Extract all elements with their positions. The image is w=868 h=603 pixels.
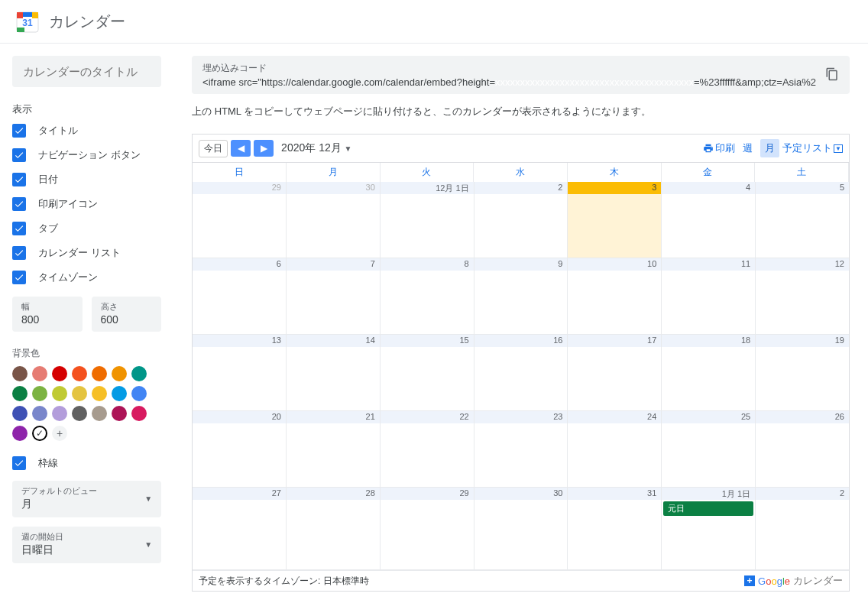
calendar-cell[interactable]: 10 [568,258,662,335]
calendar-cell[interactable]: 13 [193,335,287,411]
color-swatch[interactable] [32,366,47,381]
border-checkbox[interactable]: 枠線 [12,456,161,470]
calendar-cell[interactable]: 26 [756,411,849,488]
chevron-down-icon: ▼ [834,144,843,153]
default-view-label: デフォルトのビュー [21,485,97,497]
week-start-dropdown[interactable]: 週の開始日 日曜日 ▼ [12,527,161,563]
calendar-cell[interactable]: 9 [474,258,568,335]
calendar-cell[interactable]: 21 [287,411,381,488]
date-label: 27 [193,488,286,500]
color-swatch[interactable] [72,386,87,401]
display-checkbox-4[interactable]: タブ [12,222,161,235]
calendar-cell[interactable]: 8 [381,258,474,335]
calendar-cell[interactable]: 1月 1日元日 [662,488,756,570]
tab-week[interactable]: 週 [738,139,757,157]
calendar-cell[interactable]: 27 [193,488,287,570]
calendar-cell[interactable]: 12月 1日 [381,182,474,258]
tab-agenda[interactable]: 予定リスト▼ [782,141,843,155]
calendar-title-field[interactable] [12,56,161,87]
calendar-cell[interactable]: 3 [568,182,662,258]
calendar-cell[interactable]: 4 [662,182,756,258]
date-label: 29 [193,182,286,194]
checkbox-icon [12,197,26,211]
date-label: 2 [756,488,849,500]
calendar-cell[interactable]: 23 [474,411,568,488]
color-swatch[interactable] [52,386,67,401]
event-chip[interactable]: 元日 [663,501,753,516]
calendar-cell[interactable]: 11 [662,258,756,335]
color-swatch[interactable] [12,386,28,401]
calendar-cell[interactable]: 5 [756,182,849,258]
calendar-cell[interactable]: 16 [474,335,568,411]
default-view-dropdown[interactable]: デフォルトのビュー 月 ▼ [12,481,161,517]
print-button[interactable]: 印刷 [703,141,735,155]
calendar-cell[interactable]: 29 [193,182,287,258]
calendar-cell[interactable]: 19 [756,335,849,411]
chevron-down-icon: ▼ [144,494,152,503]
checkbox-label: カレンダー リスト [38,246,121,260]
display-checkbox-5[interactable]: カレンダー リスト [12,246,161,260]
embed-code-text[interactable]: <iframe src="https://calendar.google.com… [202,76,816,88]
color-swatch[interactable] [131,366,147,381]
display-checkbox-3[interactable]: 印刷アイコン [12,197,161,211]
tab-month[interactable]: 月 [760,139,779,157]
date-label: 11 [662,258,755,271]
google-calendar-link[interactable]: + Google カレンダー [744,574,843,588]
display-checkbox-6[interactable]: タイムゾーン [12,271,161,284]
color-swatch[interactable] [12,426,28,441]
color-swatch[interactable] [131,386,147,401]
calendar-cell[interactable]: 28 [287,488,381,570]
date-label: 15 [381,335,474,347]
display-checkbox-1[interactable]: ナビゲーション ボタン [12,148,161,162]
date-label: 13 [193,335,286,347]
color-swatch[interactable] [72,366,87,381]
color-swatch[interactable] [112,386,127,401]
color-swatch[interactable] [32,386,47,401]
color-swatch[interactable] [52,406,67,421]
color-swatch[interactable] [72,406,87,421]
color-swatch[interactable] [32,406,47,421]
color-swatch[interactable] [92,386,107,401]
month-picker[interactable]: 2020年 12月 ▼ [281,141,351,155]
calendar-cell[interactable]: 25 [662,411,756,488]
calendar-cell[interactable]: 20 [193,411,287,488]
color-swatch[interactable] [92,366,107,381]
calendar-cell[interactable]: 12 [756,258,849,335]
calendar-cell[interactable]: 17 [568,335,662,411]
add-color-button[interactable]: + [52,426,67,441]
chevron-down-icon: ▼ [345,144,352,153]
next-button[interactable]: ▶ [254,140,274,157]
color-swatch[interactable] [112,366,127,381]
height-field[interactable]: 高さ 600 [92,297,162,332]
color-swatch[interactable] [52,366,67,381]
calendar-row: 20212223242526 [193,411,849,488]
width-field[interactable]: 幅 800 [12,297,83,332]
calendar-cell[interactable]: 2 [474,182,568,258]
calendar-cell[interactable]: 22 [381,411,474,488]
calendar-cell[interactable]: 31 [568,488,662,570]
prev-button[interactable]: ◀ [231,140,251,157]
calendar-cell[interactable]: 30 [474,488,568,570]
calendar-cell[interactable]: 7 [287,258,381,335]
calendar-cell[interactable]: 2 [756,488,849,570]
today-button[interactable]: 今日 [199,140,228,157]
color-swatch[interactable] [12,406,28,421]
color-swatch[interactable] [112,406,127,421]
copy-icon[interactable] [825,67,839,83]
calendar-cell[interactable]: 30 [287,182,381,258]
date-label: 31 [568,488,661,500]
calendar-cell[interactable]: 24 [568,411,662,488]
color-swatch-selected[interactable] [32,426,47,441]
calendar-cell[interactable]: 29 [381,488,474,570]
display-checkbox-2[interactable]: 日付 [12,173,161,186]
checkbox-label: 印刷アイコン [38,197,98,211]
calendar-cell[interactable]: 6 [193,258,287,335]
display-checkbox-0[interactable]: タイトル [12,124,161,138]
color-swatch[interactable] [12,366,28,381]
calendar-cell[interactable]: 14 [287,335,381,411]
calendar-cell[interactable]: 18 [662,335,756,411]
color-swatch[interactable] [131,406,147,421]
calendar-cell[interactable]: 15 [381,335,474,411]
color-swatch[interactable] [92,406,107,421]
calendar-title-input[interactable] [23,65,151,78]
